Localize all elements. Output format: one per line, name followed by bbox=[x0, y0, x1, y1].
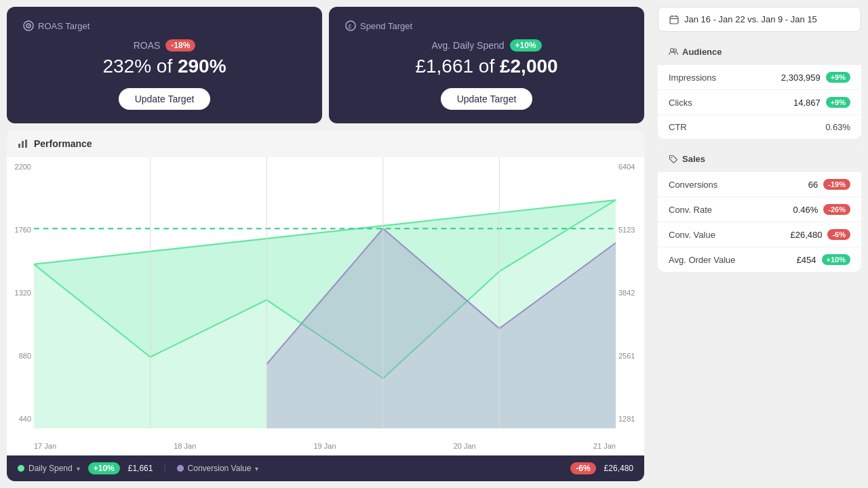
conv-value-value: £26,480 bbox=[790, 230, 822, 240]
legend-conversion-value[interactable]: Conversion Value ▾ bbox=[177, 464, 259, 473]
label-1760: 1760 bbox=[7, 226, 31, 234]
chart-svg bbox=[34, 157, 616, 428]
audience-section: Audience Impressions 2,303,959 +9% Click… bbox=[658, 39, 861, 139]
conv-value-label: Conv. Value bbox=[669, 230, 790, 240]
label-880: 880 bbox=[7, 352, 31, 360]
label-440: 440 bbox=[7, 415, 31, 423]
conv-rate-value: 0.46% bbox=[793, 205, 818, 215]
clicks-label: Clicks bbox=[669, 98, 793, 108]
clicks-badge: +9% bbox=[826, 97, 850, 108]
svg-rect-5 bbox=[18, 144, 20, 148]
chart-right-labels: 6404 5123 3842 2561 1281 bbox=[616, 157, 644, 428]
roas-metric-row: ROAS -18% bbox=[134, 39, 196, 52]
svg-rect-8 bbox=[670, 16, 678, 24]
roas-main-value: 232% of 290% bbox=[102, 56, 226, 77]
conversion-chevron: ▾ bbox=[255, 465, 258, 472]
spend-metric-row: Avg. Daily Spend +10% bbox=[431, 39, 541, 52]
impressions-badge: +9% bbox=[826, 72, 850, 83]
chart-container: 2200 1760 1320 880 440 6404 5123 3842 25… bbox=[7, 157, 644, 455]
conversions-badge: -19% bbox=[823, 179, 850, 190]
conversion-value-badge: -6% bbox=[570, 462, 595, 474]
roas-value-prefix: 232% of bbox=[102, 56, 178, 77]
legend-separator: | bbox=[163, 464, 165, 473]
daily-spend-value: £1,661 bbox=[128, 464, 153, 473]
label-1281: 1281 bbox=[618, 415, 644, 423]
date-20jan: 20 Jan bbox=[454, 442, 476, 450]
chart-footer: Daily Spend ▾ +10% £1,661 | Conversion V… bbox=[7, 455, 644, 481]
tag-icon bbox=[669, 155, 678, 164]
audience-icon bbox=[669, 47, 678, 57]
roas-card-title: ROAS Target bbox=[23, 20, 90, 31]
metric-row-conv-value: Conv. Value £26,480 -6% bbox=[658, 222, 861, 247]
svg-point-12 bbox=[671, 48, 674, 52]
date-21jan: 21 Jan bbox=[593, 442, 616, 450]
legend-daily-spend[interactable]: Daily Spend ▾ bbox=[18, 464, 80, 473]
roas-title-text: ROAS Target bbox=[38, 21, 90, 31]
roas-value-bold: 290% bbox=[178, 56, 226, 77]
conversion-value-label[interactable]: Conversion Value bbox=[188, 464, 252, 473]
date-range-text: Jan 16 - Jan 22 vs. Jan 9 - Jan 15 bbox=[684, 14, 817, 24]
metric-row-avg-order: Avg. Order Value £454 +10% bbox=[658, 247, 861, 272]
performance-title: Performance bbox=[34, 138, 92, 149]
spend-icon: £ bbox=[345, 20, 356, 31]
daily-spend-label[interactable]: Daily Spend bbox=[28, 464, 73, 473]
spend-main-value: £1,661 of £2,000 bbox=[415, 56, 557, 77]
daily-spend-dot bbox=[18, 465, 24, 472]
date-range-button[interactable]: Jan 16 - Jan 22 vs. Jan 9 - Jan 15 bbox=[658, 7, 861, 32]
avg-order-value: £454 bbox=[797, 255, 816, 265]
performance-section: Performance 2200 1760 1320 880 440 6404 … bbox=[7, 130, 644, 481]
performance-header: Performance bbox=[7, 130, 644, 157]
chart-date-labels: 17 Jan 18 Jan 19 Jan 20 Jan 21 Jan bbox=[34, 442, 616, 450]
svg-text:£: £ bbox=[349, 23, 352, 30]
label-2200: 2200 bbox=[7, 163, 31, 171]
conversions-label: Conversions bbox=[669, 180, 808, 190]
spend-title-text: Spend Target bbox=[360, 21, 412, 31]
cards-row: ROAS Target ROAS -18% 232% of 290% Updat… bbox=[7, 7, 644, 123]
conversion-value-amount: £26,480 bbox=[604, 464, 633, 473]
left-panel: ROAS Target ROAS -18% 232% of 290% Updat… bbox=[0, 0, 651, 488]
metric-row-ctr: CTR 0.63% bbox=[658, 115, 861, 139]
metric-row-conv-rate: Conv. Rate 0.46% -26% bbox=[658, 197, 861, 222]
svg-rect-6 bbox=[22, 141, 24, 148]
conv-rate-badge: -26% bbox=[823, 204, 850, 215]
svg-point-13 bbox=[674, 49, 677, 52]
date-19jan: 19 Jan bbox=[313, 442, 336, 450]
spend-target-card: £ Spend Target Avg. Daily Spend +10% £1,… bbox=[329, 7, 644, 123]
conv-value-badge: -6% bbox=[827, 229, 850, 240]
spend-value-prefix: £1,661 of bbox=[415, 56, 500, 77]
right-panel: Jan 16 - Jan 22 vs. Jan 9 - Jan 15 Audie… bbox=[651, 0, 868, 488]
impressions-label: Impressions bbox=[669, 73, 781, 83]
audience-title: Audience bbox=[682, 47, 722, 57]
metric-row-conversions: Conversions 66 -19% bbox=[658, 172, 861, 197]
spend-metric-label: Avg. Daily Spend bbox=[431, 40, 504, 51]
conv-rate-label: Conv. Rate bbox=[669, 205, 793, 215]
spend-update-button[interactable]: Update Target bbox=[441, 88, 533, 110]
roas-target-card: ROAS Target ROAS -18% 232% of 290% Updat… bbox=[7, 7, 322, 123]
date-18jan: 18 Jan bbox=[174, 442, 196, 450]
roas-badge: -18% bbox=[165, 39, 195, 52]
label-5123: 5123 bbox=[618, 226, 644, 234]
ctr-value: 0.63% bbox=[825, 122, 850, 132]
target-icon bbox=[23, 20, 34, 31]
roas-update-button[interactable]: Update Target bbox=[119, 88, 211, 110]
roas-metric-label: ROAS bbox=[134, 40, 161, 51]
label-2561: 2561 bbox=[618, 352, 644, 360]
svg-point-14 bbox=[671, 157, 673, 158]
bar-chart-icon bbox=[18, 138, 28, 149]
daily-spend-badge: +10% bbox=[88, 462, 120, 474]
sales-title: Sales bbox=[682, 154, 705, 164]
label-1320: 1320 bbox=[7, 289, 31, 297]
spend-badge: +10% bbox=[510, 39, 542, 52]
chart-left-labels: 2200 1760 1320 880 440 bbox=[7, 157, 34, 428]
spend-value-bold: £2,000 bbox=[500, 56, 558, 77]
ctr-label: CTR bbox=[669, 122, 825, 132]
conversion-dot bbox=[177, 465, 184, 472]
spend-card-title: £ Spend Target bbox=[345, 20, 412, 31]
impressions-value: 2,303,959 bbox=[781, 73, 821, 83]
avg-order-label: Avg. Order Value bbox=[669, 255, 797, 265]
label-3842: 3842 bbox=[618, 289, 644, 297]
clicks-value: 14,867 bbox=[793, 98, 821, 108]
sales-header: Sales bbox=[658, 146, 861, 172]
metric-row-impressions: Impressions 2,303,959 +9% bbox=[658, 65, 861, 90]
chart-svg-area bbox=[34, 157, 616, 428]
